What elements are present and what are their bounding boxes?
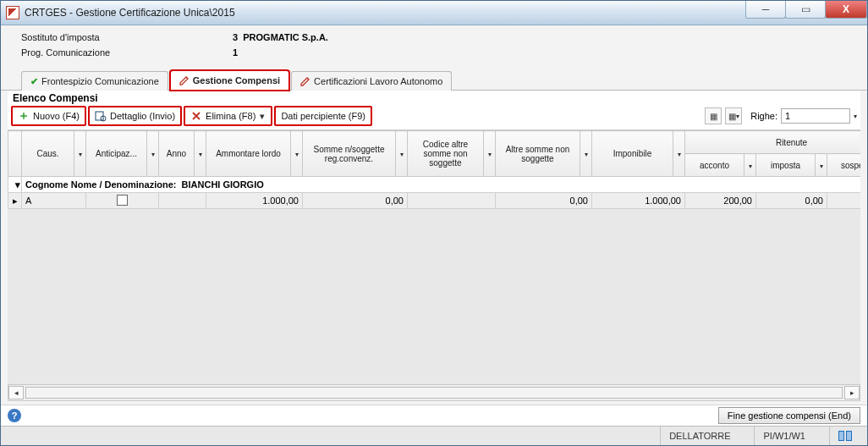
cell-altre-somme[interactable]: 0,00 [496, 193, 592, 209]
col-group-ritenute[interactable]: Ritenute [685, 131, 861, 154]
titlebar[interactable]: CRTGES - Gestione Certificazione Unica\2… [1, 1, 867, 25]
help-button[interactable]: ? [8, 409, 21, 422]
col-somme-nsogg[interactable]: Somme n/soggette reg.convenz. [303, 131, 396, 177]
col-sort[interactable]: ▾ [744, 154, 756, 177]
app-window: CRTGES - Gestione Certificazione Unica\2… [0, 0, 868, 446]
chevron-down-icon[interactable]: ▾ [854, 113, 857, 120]
col-imponibile[interactable]: Imponibile [592, 131, 673, 177]
dati-percipiente-button[interactable]: Dati percipiente (F9) [274, 106, 372, 126]
delete-icon [190, 110, 202, 122]
status-connection-icon [829, 427, 860, 445]
cell-caus[interactable]: A [22, 193, 86, 209]
grid-settings-button[interactable]: ▦ [705, 107, 722, 124]
tab-frontespizio[interactable]: ✔ Frontespizio Comunicazione [21, 71, 168, 91]
righe-input[interactable] [781, 108, 850, 124]
col-sort[interactable]: ▾ [195, 131, 206, 177]
cell-imponibile[interactable]: 1.000,00 [592, 193, 685, 209]
pencil-icon [179, 75, 190, 85]
app-icon [6, 6, 19, 19]
cell-acconto[interactable]: 200,00 [685, 193, 756, 209]
section-title: Elenco Compensi [8, 91, 860, 104]
tab-label: Frontespizio Comunicazione [41, 76, 159, 86]
cell-ammontare[interactable]: 1.000,00 [206, 193, 303, 209]
prog-label: Prog. Comunicazione [21, 47, 233, 61]
scroll-track[interactable] [25, 387, 843, 399]
tab-cert-autonomo[interactable]: Certificazioni Lavoro Autonomo [291, 71, 452, 91]
elimina-button[interactable]: Elimina (F8) ▾ [184, 106, 272, 126]
col-acconto[interactable]: acconto [685, 154, 744, 177]
col-codice-altre[interactable]: Codice altre somme non soggette [408, 131, 484, 177]
minimize-button[interactable]: ─ [745, 1, 786, 19]
check-icon: ✔ [30, 76, 38, 87]
nuovo-button[interactable]: ＋ Nuovo (F4) [11, 106, 86, 126]
row-indicator[interactable]: ▸ [8, 193, 22, 209]
pencil-icon [300, 76, 310, 86]
close-button[interactable]: X [825, 1, 867, 19]
cell-imposta[interactable]: 0,00 [756, 193, 827, 209]
dettaglio-button[interactable]: Dettaglio (Invio) [88, 106, 182, 126]
status-user: DELLATORRE [660, 427, 739, 445]
sostituto-label: Sostituto d'imposta [21, 32, 233, 46]
col-caus[interactable]: Caus. [22, 131, 74, 177]
btn-label: Dati percipiente (F9) [281, 111, 365, 121]
sostituto-num: 3 [233, 32, 238, 42]
col-sort[interactable]: ▾ [816, 154, 827, 177]
end-button[interactable]: Fine gestione compensi (End) [718, 407, 860, 424]
col-sort[interactable]: ▾ [580, 131, 592, 177]
group-label: Cognome Nome / Denominazione: [25, 179, 176, 190]
tab-label: Certificazioni Lavoro Autonomo [314, 76, 442, 86]
btn-label: Elimina (F8) [206, 111, 255, 121]
tabstrip: ✔ Frontespizio Comunicazione Gestione Co… [1, 68, 867, 91]
cell-codice-altre[interactable] [408, 193, 496, 209]
h-scrollbar[interactable]: ◂ ▸ [8, 384, 860, 401]
sostituto-name: PROGMATIC S.p.A. [243, 32, 328, 42]
col-sort[interactable]: ▾ [74, 131, 86, 177]
header-info: Sostituto d'imposta 3 PROGMATIC S.p.A. P… [1, 25, 867, 66]
righe-label: Righe: [750, 111, 777, 121]
col-sort[interactable]: ▾ [673, 131, 685, 177]
col-anticipaz[interactable]: Anticipaz... [86, 131, 147, 177]
row-selector-header[interactable] [8, 131, 22, 177]
checkbox-icon[interactable] [117, 195, 128, 206]
collapse-icon[interactable]: ▾ [12, 179, 24, 190]
data-row[interactable]: ▸ A 1.000,00 0,00 0,00 1.000,00 200,00 0… [8, 193, 861, 209]
grid-body[interactable] [8, 209, 860, 384]
scroll-right-button[interactable]: ▸ [844, 386, 860, 399]
btn-label: Nuovo (F4) [33, 111, 80, 121]
btn-label: Dettaglio (Invio) [110, 111, 175, 121]
detail-icon [95, 110, 107, 122]
tab-compensi[interactable]: Gestione Compensi [170, 70, 289, 91]
col-sort[interactable]: ▾ [396, 131, 408, 177]
col-sort[interactable]: ▾ [147, 131, 159, 177]
toolbar: ＋ Nuovo (F4) Dettaglio (Invio) Elimina (… [8, 104, 860, 130]
col-sospese[interactable]: sospese [827, 154, 861, 177]
col-ammontare[interactable]: Ammontare lordo [206, 131, 291, 177]
cell-anticipaz[interactable] [86, 193, 159, 209]
chevron-down-icon[interactable]: ▾ [259, 111, 266, 122]
statusbar: DELLATORRE PI/W1/W1 [1, 426, 867, 445]
col-anno[interactable]: Anno [159, 131, 195, 177]
cell-somme-nsogg[interactable]: 0,00 [303, 193, 408, 209]
maximize-button[interactable]: ▭ [785, 1, 826, 19]
col-altre-somme[interactable]: Altre somme non soggette [496, 131, 580, 177]
status-terminal: PI/W1/W1 [754, 427, 814, 445]
col-imposta[interactable]: imposta [756, 154, 816, 177]
scroll-left-button[interactable]: ◂ [8, 386, 24, 399]
prog-value: 1 [233, 47, 238, 61]
col-sort[interactable]: ▾ [291, 131, 303, 177]
col-sort[interactable]: ▾ [484, 131, 496, 177]
cell-sospese[interactable]: 0,00 [827, 193, 861, 209]
plus-icon: ＋ [18, 110, 30, 122]
grid: Caus.▾ Anticipaz...▾ Anno▾ Ammontare lor… [8, 130, 860, 401]
window-title: CRTGES - Gestione Certificazione Unica\2… [25, 7, 235, 19]
group-header-row[interactable]: ▾ Cognome Nome / Denominazione: BIANCHI … [8, 177, 861, 193]
filter-button[interactable]: ▦▾ [725, 107, 742, 124]
cell-anno[interactable] [159, 193, 206, 209]
tab-label: Gestione Compensi [193, 75, 280, 85]
group-value: BIANCHI GIORGIO [182, 179, 264, 190]
